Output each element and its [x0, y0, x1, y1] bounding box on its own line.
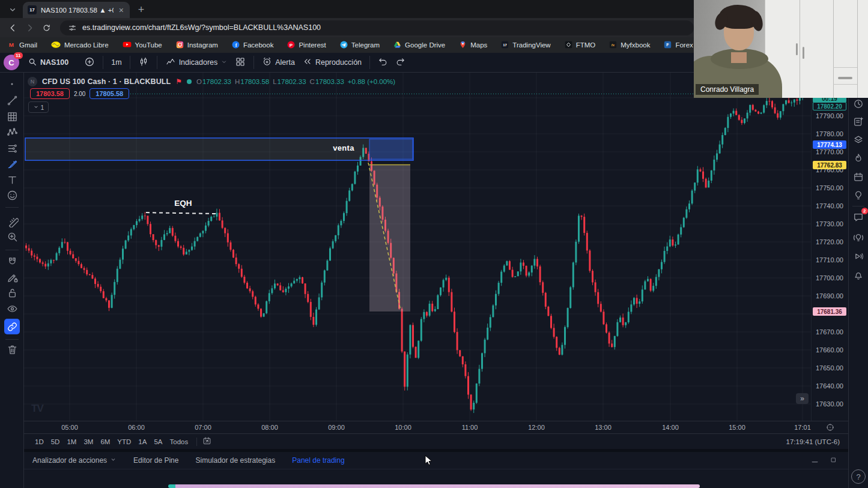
- my-ideas-icon[interactable]: [852, 188, 865, 202]
- forward-icon[interactable]: [22, 20, 37, 35]
- cursor-tool-icon[interactable]: [5, 77, 19, 91]
- notifications-icon[interactable]: [852, 268, 865, 282]
- ohlc-values: O17802.33 H17803.58 L17802.33 C17803.33 …: [196, 78, 395, 85]
- indicators-button[interactable]: Indicadores: [162, 56, 232, 69]
- bookmark-mercado-libre[interactable]: Mercado Libre: [51, 41, 109, 50]
- magnet-tool-icon[interactable]: [5, 255, 19, 269]
- redo-button[interactable]: [392, 56, 409, 68]
- go-to-date-icon[interactable]: [202, 436, 212, 447]
- time-label: 17:01: [794, 424, 811, 431]
- tab-search-button[interactable]: [5, 4, 20, 16]
- replay-icon: [302, 56, 312, 68]
- help-button[interactable]: ?: [851, 469, 866, 484]
- candles-icon: [138, 56, 149, 69]
- eqh-annotation[interactable]: EQH: [170, 199, 196, 208]
- flag-icon[interactable]: ⚑: [175, 77, 182, 86]
- chat-icon[interactable]: 2: [852, 211, 865, 224]
- address-bar[interactable]: es.tradingview.com/chart/ftZL6sWg/?symbo…: [60, 20, 694, 35]
- measure-tool-icon[interactable]: [5, 214, 19, 228]
- hide-drawings-tool-icon[interactable]: [5, 301, 19, 316]
- object-tree-icon[interactable]: [852, 133, 865, 146]
- bookmark-tradingview[interactable]: 17TradingView: [501, 41, 550, 50]
- range-5d[interactable]: 5D: [47, 437, 64, 447]
- reload-icon[interactable]: [38, 20, 54, 35]
- replay-button[interactable]: Reproducción: [299, 56, 365, 68]
- candlestick-chart[interactable]: [24, 73, 811, 421]
- price-label: 17670.00: [816, 328, 843, 336]
- range-5a[interactable]: 5A: [150, 437, 166, 447]
- watchlist-clock-icon[interactable]: [852, 97, 865, 110]
- emoji-tool-icon[interactable]: [5, 188, 19, 202]
- maximize-icon[interactable]: [829, 456, 837, 466]
- bookmark-youtube[interactable]: YouTube: [123, 41, 162, 49]
- bookmark-maps[interactable]: Maps: [459, 41, 487, 50]
- timezone-icon[interactable]: [825, 423, 835, 435]
- economic-calendar-icon[interactable]: [852, 170, 865, 184]
- undo-button[interactable]: [374, 56, 392, 68]
- time-axis[interactable]: 05:0006:0007:0008:0009:0010:0011:0012:00…: [24, 421, 848, 433]
- range-1d[interactable]: 1D: [31, 437, 47, 447]
- bookmark-myfxbook[interactable]: fxMyfxbook: [609, 41, 650, 50]
- bookmark-pinterest[interactable]: PPinterest: [287, 41, 326, 50]
- stay-drawing-mode-tool-icon[interactable]: [5, 270, 19, 285]
- minimize-icon[interactable]: [810, 455, 819, 466]
- user-avatar[interactable]: C 11: [4, 55, 19, 70]
- symbol-search-button[interactable]: NAS100: [24, 57, 72, 68]
- bookmark-facebook[interactable]: fFacebook: [232, 41, 274, 50]
- live-ideas-icon[interactable]: [852, 231, 865, 244]
- chart-legend[interactable]: N CFD US 100 Cash · 1 · BLACKBULL ⚑ O178…: [28, 77, 395, 86]
- pattern-tool-icon[interactable]: [5, 125, 19, 139]
- text-tool-icon[interactable]: [5, 172, 19, 187]
- range-ytd[interactable]: YTD: [114, 437, 135, 447]
- layout-grid-button[interactable]: [231, 56, 249, 69]
- hotlists-icon[interactable]: [852, 152, 865, 165]
- chart-style-button[interactable]: [135, 56, 153, 69]
- venta-annotation[interactable]: venta: [323, 143, 364, 152]
- prediction-tool-icon[interactable]: [5, 141, 19, 155]
- sync-drawings-tool-icon[interactable]: [4, 319, 20, 334]
- lock-drawings-tool-icon[interactable]: [5, 286, 19, 300]
- chat-badge: 2: [861, 208, 868, 214]
- range-1a[interactable]: 1A: [135, 437, 150, 447]
- panel-tab-4[interactable]: Panel de trading: [292, 456, 344, 465]
- collapse-panel-button[interactable]: »: [796, 393, 809, 404]
- gann-fib-tool-icon[interactable]: [5, 109, 19, 124]
- bookmark-ftmo[interactable]: FTMO: [565, 41, 596, 50]
- range-3m[interactable]: 3M: [80, 437, 97, 447]
- sell-button[interactable]: 17803.58: [30, 88, 70, 99]
- url-text: es.tradingview.com/chart/ftZL6sWg/?symbo…: [82, 23, 321, 32]
- price-label: 17720.00: [816, 238, 843, 246]
- session-clock[interactable]: 17:19:41 (UTC-6): [786, 438, 840, 445]
- price-label: 17790.00: [816, 112, 843, 119]
- spread-value: 2.00: [74, 91, 85, 97]
- range-1m[interactable]: 1M: [63, 437, 80, 447]
- bookmark-gmail[interactable]: MGmail: [7, 40, 37, 50]
- brush-tool-icon[interactable]: [5, 157, 19, 171]
- range-todos[interactable]: Todos: [166, 437, 192, 447]
- bookmark-google-drive[interactable]: Google Drive: [393, 41, 445, 50]
- range-6m[interactable]: 6M: [97, 437, 114, 447]
- back-icon[interactable]: [5, 20, 20, 35]
- price-label: 17780.00: [816, 130, 843, 137]
- panel-tab-1[interactable]: Analizador de acciones: [32, 456, 117, 465]
- alert-button[interactable]: Alerta: [258, 56, 299, 68]
- zoom-in-tool-icon[interactable]: [5, 229, 19, 244]
- site-settings-icon[interactable]: [67, 23, 77, 32]
- candle-count-menu[interactable]: 1: [28, 101, 49, 113]
- panel-tab-2[interactable]: Editor de Pine: [133, 456, 178, 465]
- panel-tab-3[interactable]: Simulador de estrategias: [195, 456, 275, 465]
- bookmark-telegram[interactable]: Telegram: [340, 41, 380, 50]
- tab-close-icon[interactable]: ×: [118, 6, 125, 14]
- compare-add-button[interactable]: [80, 56, 99, 69]
- interval-button[interactable]: 1m: [108, 58, 125, 67]
- remove-drawings-tool-icon[interactable]: [5, 342, 19, 357]
- alerts-list-icon[interactable]: [852, 115, 865, 128]
- bookmark-instagram[interactable]: Instagram: [176, 41, 218, 50]
- price-axis[interactable]: 17630.0017640.0017650.0017660.0017670.00…: [811, 73, 848, 421]
- new-tab-button[interactable]: +: [133, 2, 149, 17]
- browser-tab[interactable]: 17 NAS100 17803.58 ▲ +0.03% Sa ×: [23, 2, 130, 18]
- streams-icon[interactable]: [852, 250, 865, 263]
- trend-line-tool-icon[interactable]: [5, 93, 19, 107]
- tradingview-icon: 17: [501, 41, 509, 50]
- buy-button[interactable]: 17805.58: [90, 88, 129, 99]
